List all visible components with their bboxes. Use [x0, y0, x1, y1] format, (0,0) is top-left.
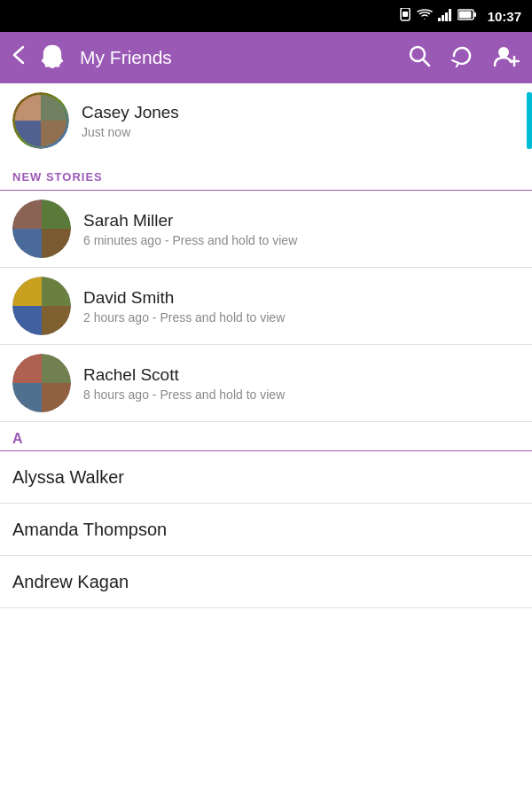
page-title: My Friends	[80, 47, 395, 68]
friend-item-andrew[interactable]: Andrew Kagan	[0, 556, 532, 608]
new-message-indicator	[527, 92, 532, 149]
friend-name-amanda: Amanda Thompson	[12, 520, 520, 540]
svg-rect-1	[403, 12, 408, 17]
sarah-info: Sarah Miller 6 minutes ago - Press and h…	[83, 210, 520, 248]
friend-name-alyssa: Alyssa Walker	[12, 467, 520, 488]
snapchat-logo	[37, 43, 67, 73]
david-info: David Smith 2 hours ago - Press and hold…	[83, 287, 520, 325]
add-friend-button[interactable]	[493, 44, 520, 71]
svg-line-10	[423, 59, 429, 66]
casey-subtext: Just now	[82, 125, 520, 139]
svg-rect-7	[473, 12, 476, 17]
story-item-sarah[interactable]: Sarah Miller 6 minutes ago - Press and h…	[0, 191, 532, 268]
rachel-name: Rachel Scott	[83, 364, 520, 387]
recent-item[interactable]: Casey Jones Just now	[0, 83, 532, 158]
friend-item-amanda[interactable]: Amanda Thompson	[0, 504, 532, 556]
svg-rect-8	[458, 12, 471, 19]
new-stories-label: NEW STORIES	[12, 170, 103, 184]
sarah-avatar	[12, 200, 71, 258]
rachel-subtext: 8 hours ago - Press and hold to view	[83, 387, 520, 402]
rachel-avatar	[12, 354, 71, 412]
new-stories-header: NEW STORIES	[0, 158, 532, 191]
david-subtext: 2 hours ago - Press and hold to view	[83, 310, 520, 325]
sarah-subtext: 6 minutes ago - Press and hold to view	[83, 233, 520, 247]
toolbar-actions	[408, 44, 520, 71]
rachel-info: Rachel Scott 8 hours ago - Press and hol…	[83, 364, 520, 403]
svg-point-11	[498, 47, 509, 58]
friend-name-andrew: Andrew Kagan	[12, 572, 520, 592]
signal-icon	[438, 9, 452, 24]
sim-icon	[399, 8, 411, 25]
svg-rect-3	[442, 15, 444, 21]
alpha-letter: A	[12, 431, 23, 446]
status-icons: 10:37	[399, 8, 521, 25]
casey-name: Casey Jones	[82, 102, 520, 124]
friend-item-alyssa[interactable]: Alyssa Walker	[0, 451, 532, 504]
toolbar: My Friends	[0, 32, 532, 83]
status-bar: 10:37	[0, 0, 532, 32]
svg-rect-2	[438, 18, 441, 21]
casey-avatar	[12, 92, 69, 149]
svg-rect-4	[445, 12, 448, 21]
svg-rect-5	[449, 9, 451, 21]
story-item-david[interactable]: David Smith 2 hours ago - Press and hold…	[0, 268, 532, 345]
status-time: 10:37	[488, 9, 521, 24]
back-button[interactable]	[12, 45, 25, 70]
story-item-rachel[interactable]: Rachel Scott 8 hours ago - Press and hol…	[0, 345, 532, 422]
search-button[interactable]	[408, 44, 431, 71]
alpha-header-a: A	[0, 422, 532, 451]
casey-info: Casey Jones Just now	[82, 102, 520, 140]
david-avatar	[12, 277, 71, 335]
david-name: David Smith	[83, 287, 520, 309]
sarah-name: Sarah Miller	[83, 210, 520, 232]
refresh-button[interactable]	[450, 44, 473, 71]
battery-icon	[458, 9, 477, 23]
wifi-icon	[417, 9, 433, 23]
